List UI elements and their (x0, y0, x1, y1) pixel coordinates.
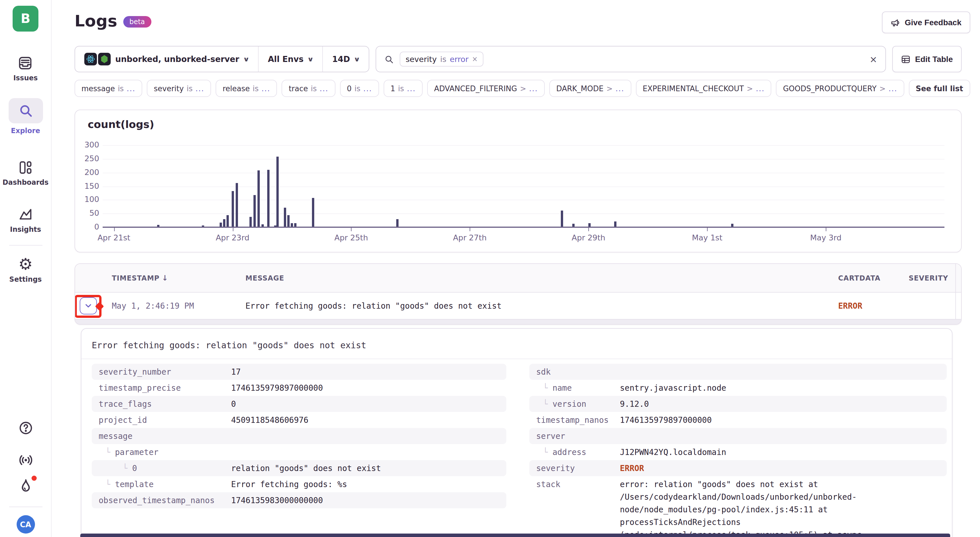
help-icon[interactable] (18, 421, 33, 435)
detail-title: Error fetching goods: relation "goods" d… (81, 329, 951, 359)
see-full-list-chip[interactable]: See full list (909, 80, 970, 97)
date-range-selector[interactable]: 14D ∨ (323, 46, 369, 72)
sidebar-item-issues[interactable]: Issues (13, 56, 38, 82)
sidebar-bottom-group: CA (9, 421, 42, 537)
column-header-message[interactable]: MESSAGE (245, 274, 838, 282)
main-content: Logs beta Give Feedback (52, 0, 980, 537)
log-table-row[interactable]: May 1, 2:46:19 PM Error fetching goods: … (75, 293, 961, 320)
gridline (103, 145, 945, 146)
chart-bar (249, 217, 251, 226)
detail-row-trace_flags: trace_flags0 (92, 396, 506, 412)
sort-desc-icon: ↓ (162, 274, 168, 282)
detail-row-timestamp_nanos: timestamp_nanos1746135979897000000 (529, 412, 947, 428)
detail-row-parameter: └parameter (92, 444, 506, 460)
x-axis-tick-label: Apr 23rd (198, 233, 267, 242)
megaphone-icon (891, 18, 900, 27)
table-icon (901, 54, 911, 64)
environment-selector[interactable]: All Envs ∨ (258, 46, 322, 72)
y-axis-tick-label: 50 (76, 208, 99, 217)
detail-body: severity_number17timestamp_precise174613… (81, 359, 951, 537)
whats-new-icon[interactable] (18, 478, 33, 494)
x-axis-tick (470, 228, 471, 231)
beta-badge: beta (123, 16, 151, 27)
search-input[interactable]: severity is error × × (376, 46, 886, 72)
chart-bar (236, 183, 238, 226)
filter-chip-0[interactable]: 0is... (340, 80, 379, 97)
sidebar-item-label: Dashboards (3, 178, 49, 186)
search-clear-icon[interactable]: × (870, 54, 877, 65)
sidebar-item-insights[interactable]: Insights (10, 207, 41, 234)
y-axis-tick-label: 200 (76, 167, 99, 177)
filter-chip-dark_mode[interactable]: DARK_MODE>... (549, 80, 631, 97)
chart-bar (312, 198, 315, 226)
filter-chip-experimental_checkout[interactable]: EXPERIMENTAL_CHECKOUT>... (636, 80, 772, 97)
page-header: Logs beta Give Feedback (75, 11, 970, 37)
gridline (103, 186, 945, 187)
log-detail-panel: Error fetching goods: relation "goods" d… (81, 328, 952, 537)
insights-icon (18, 207, 33, 222)
log-severity-cell: ERROR (838, 301, 908, 311)
avatar[interactable]: CA (16, 515, 35, 534)
edit-table-label: Edit Table (915, 54, 953, 64)
chart-bar (258, 171, 260, 226)
x-axis-tick (351, 228, 352, 231)
x-axis-tick-label: Apr 21st (80, 233, 148, 242)
column-header-cartdata[interactable]: CARTDATA (838, 274, 908, 282)
filter-chip-release[interactable]: releaseis... (216, 80, 277, 97)
sidebar-item-settings[interactable]: ⚙ Settings (9, 257, 41, 284)
chart-bar (589, 223, 591, 226)
explore-active-pill (8, 98, 43, 123)
sidebar-item-dashboards[interactable]: Dashboards (3, 160, 49, 186)
project-icons (84, 53, 111, 65)
logs-count-chart: count(logs) 050100150200250300Apr 21stAp… (75, 110, 961, 252)
give-feedback-button[interactable]: Give Feedback (882, 11, 970, 33)
detail-row-observed_timestamp_nanos: observed_timestamp_nanos1746135983000000… (92, 492, 506, 508)
x-axis-tick-label: Apr 29th (554, 233, 623, 242)
chart-bar (396, 219, 399, 226)
search-icon (385, 54, 394, 64)
sidebar-item-label: Issues (13, 74, 38, 82)
detail-row-message: message (92, 428, 506, 444)
y-axis-tick-label: 100 (76, 195, 99, 204)
detail-attributes-right: sdk└namesentry.javascript.node└version9.… (529, 364, 947, 537)
table-header-row: TIMESTAMP↓ MESSAGE CARTDATA SEVERITY (75, 264, 961, 293)
x-axis-tick (589, 228, 589, 231)
broadcast-icon[interactable] (18, 453, 33, 468)
x-axis-tick-label: May 1st (673, 233, 741, 242)
column-header-timestamp[interactable]: TIMESTAMP↓ (112, 274, 245, 282)
detail-row-address: └addressJ12PWN42YQ.localdomain (529, 444, 947, 460)
selector-group: unborked, unborked-server ∨ All Envs ∨ 1… (75, 46, 369, 72)
token-key: severity (406, 54, 437, 64)
expand-row-button[interactable] (80, 297, 97, 314)
token-remove-icon[interactable]: × (472, 55, 478, 63)
x-axis-tick-label: Apr 27th (436, 233, 504, 242)
org-logo[interactable]: B (13, 6, 38, 32)
project-selector[interactable]: unborked, unborked-server ∨ (75, 46, 258, 72)
column-header-severity[interactable]: SEVERITY (908, 274, 955, 282)
x-axis-tick (232, 228, 233, 231)
detail-row-timestamp_precise: timestamp_precise1746135979897000000 (92, 380, 506, 396)
chart-bar (262, 224, 264, 226)
next-section-edge (80, 534, 950, 537)
filter-chip-advanced_filtering[interactable]: ADVANCED_FILTERING>... (427, 80, 545, 97)
filter-chip-goods_productquery[interactable]: GOODS_PRODUCTQUERY>... (776, 80, 904, 97)
log-timestamp-cell: May 1, 2:46:19 PM (112, 301, 245, 311)
issues-icon (18, 56, 33, 70)
filter-chip-trace[interactable]: traceis... (282, 80, 336, 97)
search-token[interactable]: severity is error × (400, 52, 484, 67)
edit-table-button[interactable]: Edit Table (892, 46, 962, 72)
chart-bar (267, 170, 269, 226)
sidebar-item-label: Settings (9, 276, 41, 284)
chart-bar (294, 223, 296, 226)
filter-bar: unborked, unborked-server ∨ All Envs ∨ 1… (75, 46, 961, 72)
sidebar-item-explore[interactable]: Explore (8, 98, 43, 135)
gridline (103, 159, 945, 159)
filter-chip-severity[interactable]: severityis... (147, 80, 211, 97)
sidebar: B Issues Explore (0, 0, 52, 537)
chart-bar (202, 225, 204, 226)
sidebar-divider (9, 507, 42, 507)
detail-row-severity: severityERROR (529, 460, 947, 476)
filter-chip-1[interactable]: 1is... (383, 80, 423, 97)
chevron-down-icon: ∨ (243, 55, 250, 63)
filter-chip-message[interactable]: messageis... (75, 80, 142, 97)
